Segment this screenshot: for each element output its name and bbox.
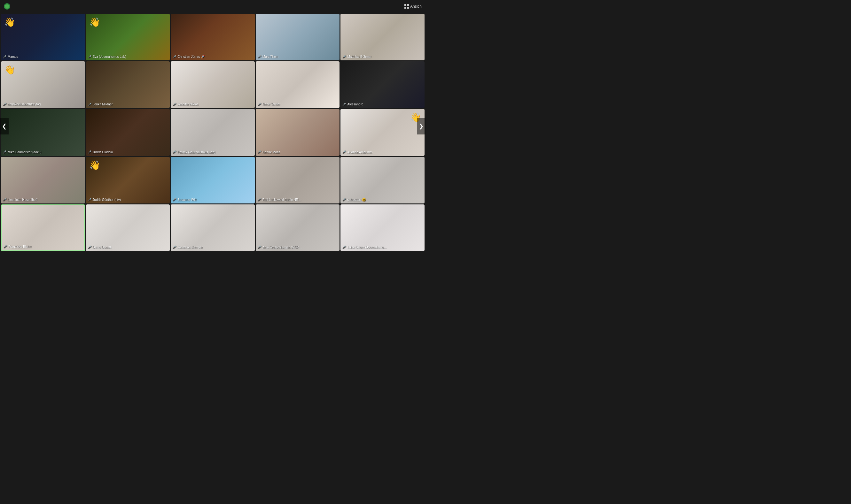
participant-tile-mika[interactable]: 🎤 Mika Baumeister (doku) bbox=[1, 109, 85, 156]
next-page-button[interactable]: ❯ bbox=[417, 118, 426, 134]
mute-icon-henrikeelisabeth: 🎤 bbox=[3, 103, 6, 106]
mute-icon-patrick: 🎤 bbox=[173, 150, 176, 154]
participant-tile-patrick[interactable]: 🎤 Patrick (Journalismus Lab) bbox=[171, 109, 255, 156]
mute-icon-jennifer: 🎤 bbox=[173, 103, 176, 106]
participant-name-rene: 🎤 René Torkler bbox=[258, 103, 281, 106]
participant-tile-henrik[interactable]: 🎤 Henrik Maas bbox=[256, 109, 340, 156]
participant-name-lenka: 🎤 Lenka Mildner bbox=[88, 103, 113, 106]
participant-name-marcus: 🎤 Marcus bbox=[3, 55, 18, 58]
participant-tile-arianna[interactable]: 👋 🎤 Arianna Ahlgrimm bbox=[341, 109, 424, 156]
participant-name-henrik: 🎤 Henrik Maas bbox=[258, 150, 280, 154]
mute-icon-luise: 🎤 bbox=[342, 246, 346, 249]
participant-tile-christian[interactable]: 🎤 Christian Jörres 🚀 bbox=[171, 14, 255, 60]
participant-name-luise: 🎤 Luise Saure (Journalismu… bbox=[342, 246, 386, 249]
participant-name-alessandro: 🎤 Alessandro bbox=[342, 103, 363, 106]
participant-tile-ralf[interactable]: 🎤 Ralf Laskowski (radio NR… bbox=[256, 157, 340, 203]
participant-name-franziska: 🎤 Franziska Bluhm bbox=[3, 245, 32, 249]
mute-icon-marc: 🎤 bbox=[258, 55, 261, 58]
participant-tile-jennifer[interactable]: 🎤 Jennifer Niklas bbox=[171, 61, 255, 108]
mute-icon-susanne: 🎤 bbox=[173, 198, 176, 201]
participant-name-marc: 🎤 Marc Thom bbox=[258, 55, 278, 58]
participant-name-anja: 🎤 Anja Wollschlaeger, WDR… bbox=[258, 246, 302, 249]
participant-name-christian: 🎤 Christian Jörres 🚀 bbox=[173, 55, 205, 58]
participant-name-sebastian: 🎤 sebastian 😊 bbox=[342, 198, 366, 201]
reaction-emoji: 👋 bbox=[4, 65, 15, 75]
participant-name-matthias: 🎤 Matthias Böhmer bbox=[342, 55, 371, 58]
participant-name-arianna: 🎤 Arianna Ahlgrimm bbox=[342, 150, 372, 154]
participant-tile-david[interactable]: 🎤 David Donath bbox=[86, 204, 170, 251]
reaction-emoji: 👋 bbox=[89, 17, 100, 28]
participant-name-jennifer: 🎤 Jennifer Niklas bbox=[173, 103, 198, 106]
participant-name-henrikeelisabeth: 🎤 henrikeelisabethfreytag bbox=[3, 103, 40, 106]
svg-rect-2 bbox=[404, 7, 406, 8]
participant-tile-lieselotte[interactable]: 🎤 Lieselotte Hasselhoff bbox=[1, 157, 85, 203]
participant-tile-judith-g[interactable]: 🎤 Judith Gladow bbox=[86, 109, 170, 156]
participant-tile-marc[interactable]: 🎤 Marc Thom bbox=[256, 14, 340, 60]
mute-icon-mika: 🎤 bbox=[3, 150, 6, 154]
svg-rect-3 bbox=[407, 7, 409, 8]
participant-name-mika: 🎤 Mika Baumeister (doku) bbox=[3, 150, 41, 154]
participant-name-patrick: 🎤 Patrick (Journalismus Lab) bbox=[173, 150, 215, 154]
view-toggle[interactable]: Ansich bbox=[404, 4, 422, 8]
participant-tile-jonathan[interactable]: 🎤 Jonathan Kemper bbox=[171, 204, 255, 251]
participant-name-judith-ntv: 🎤 Judith Günther (ntv) bbox=[88, 198, 121, 201]
participant-name-jonathan: 🎤 Jonathan Kemper bbox=[173, 246, 203, 249]
mute-icon-ralf: 🎤 bbox=[258, 198, 261, 201]
participant-name-judith-g: 🎤 Judith Gladow bbox=[88, 150, 113, 154]
participant-tile-susanne[interactable]: 🎤 Susanne Witt bbox=[171, 157, 255, 203]
participant-tile-lenka[interactable]: 🎤 Lenka Mildner bbox=[86, 61, 170, 108]
participant-name-eva: 🎤 Eva (Journalismus Lab) bbox=[88, 55, 126, 58]
participant-tile-marcus[interactable]: 👋 🎤 Marcus bbox=[1, 14, 85, 60]
mute-icon-eva: 🎤 bbox=[88, 55, 91, 58]
app-logo bbox=[4, 3, 10, 10]
participant-name-lieselotte: 🎤 Lieselotte Hasselhoff bbox=[3, 198, 37, 201]
mute-icon-christian: 🎤 bbox=[173, 55, 176, 58]
svg-rect-0 bbox=[404, 4, 406, 6]
mute-icon-judith-ntv: 🎤 bbox=[88, 198, 91, 201]
participant-tile-alessandro[interactable]: 🎤 Alessandro bbox=[341, 61, 424, 108]
mute-icon-matthias: 🎤 bbox=[342, 55, 346, 58]
mute-icon-henrik: 🎤 bbox=[258, 150, 261, 154]
mute-icon-sebastian: 🎤 bbox=[342, 198, 346, 201]
reaction-emoji: 👋 bbox=[89, 160, 100, 170]
participant-tile-henrikeelisabeth[interactable]: 👋 🎤 henrikeelisabethfreytag bbox=[1, 61, 85, 108]
mute-icon-anja: 🎤 bbox=[258, 246, 261, 249]
participant-name-susanne: 🎤 Susanne Witt bbox=[173, 198, 196, 201]
mute-icon-david: 🎤 bbox=[88, 246, 91, 249]
prev-page-button[interactable]: ❮ bbox=[0, 118, 8, 134]
participant-tile-luise[interactable]: 🎤 Luise Saure (Journalismu… bbox=[341, 204, 424, 251]
mute-icon-lieselotte: 🎤 bbox=[3, 198, 6, 201]
top-bar: Ansich bbox=[0, 0, 426, 13]
participant-tile-sebastian[interactable]: 🎤 sebastian 😊 bbox=[341, 157, 424, 203]
participant-tile-rene[interactable]: 🎤 René Torkler bbox=[256, 61, 340, 108]
participant-tile-anja[interactable]: 🎤 Anja Wollschlaeger, WDR… bbox=[256, 204, 340, 251]
mute-icon-arianna: 🎤 bbox=[342, 150, 346, 154]
mute-icon-rene: 🎤 bbox=[258, 103, 261, 106]
mute-icon-franziska: 🎤 bbox=[3, 245, 7, 248]
reaction-emoji: 👋 bbox=[4, 17, 15, 28]
video-grid: 👋 🎤 Marcus 👋 🎤 Eva (Journalismus Lab) 🎤 … bbox=[0, 13, 426, 252]
svg-rect-1 bbox=[407, 4, 409, 6]
mute-icon-lenka: 🎤 bbox=[88, 103, 91, 106]
mute-icon-judith-g: 🎤 bbox=[88, 150, 91, 154]
participant-name-david: 🎤 David Donath bbox=[88, 246, 112, 249]
participant-tile-matthias[interactable]: 🎤 Matthias Böhmer bbox=[341, 14, 424, 60]
participant-tile-eva[interactable]: 👋 🎤 Eva (Journalismus Lab) bbox=[86, 14, 170, 60]
mute-icon-marcus: 🎤 bbox=[3, 55, 6, 58]
mute-icon-jonathan: 🎤 bbox=[173, 246, 176, 249]
participant-tile-franziska[interactable]: 🎤 Franziska Bluhm bbox=[1, 204, 85, 251]
mute-icon-alessandro: 🎤 bbox=[342, 103, 346, 106]
participant-name-ralf: 🎤 Ralf Laskowski (radio NR… bbox=[258, 198, 301, 201]
participant-tile-judith-ntv[interactable]: 👋 🎤 Judith Günther (ntv) bbox=[86, 157, 170, 203]
